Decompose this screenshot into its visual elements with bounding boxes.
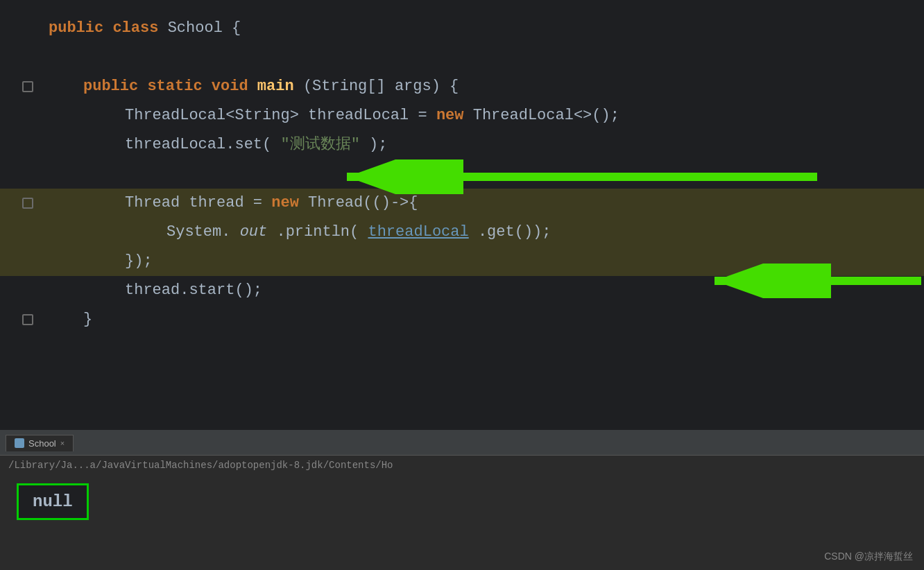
code-editor: public class School { public static void… (0, 0, 924, 430)
keyword-new: new (436, 107, 473, 124)
bottom-panel: School × /Library/Ja...a/JavaVirtualMach… (0, 430, 924, 570)
tab-school[interactable]: School × (6, 435, 74, 451)
keyword-new2: new (271, 194, 308, 211)
code-content-1: public class School { (42, 14, 924, 43)
code-content-8: System. out .println( threadLocal .get()… (42, 218, 924, 247)
thread-new: Thread(()->{ (308, 194, 418, 211)
thread-eq: = (253, 194, 271, 211)
fold-icon-3 (22, 81, 33, 92)
code-line-5: threadLocal.set( "测试数据" ); (0, 130, 924, 159)
arrow-1 (333, 159, 819, 194)
code-line-3: public static void main (String[] args) … (0, 72, 924, 101)
system-out: System. (166, 223, 230, 241)
code-line-1: public class School { (0, 14, 924, 43)
fold-icon-11 (22, 314, 33, 325)
gutter-7 (14, 198, 42, 209)
close-brace: } (83, 311, 92, 328)
code-content-4: ThreadLocal<String> threadLocal = new Th… (42, 101, 924, 130)
code-line-4: ThreadLocal<String> threadLocal = new Th… (0, 101, 924, 130)
keyword-static: static (147, 78, 211, 95)
threadlocal-get: threadLocal (368, 223, 468, 241)
arrow-2 (701, 264, 923, 298)
get-call: .get()); (478, 223, 551, 241)
code-content-11: } (42, 305, 924, 334)
keyword-public2: public (83, 78, 147, 95)
code-content-2 (42, 43, 924, 72)
println: .println( (276, 223, 359, 241)
threadlocal-decl: ThreadLocal<String> threadLocal = (125, 107, 436, 124)
class-name: School { (168, 19, 241, 37)
tab-close-button[interactable]: × (60, 439, 65, 447)
tab-bar: School × (0, 431, 924, 456)
keyword-public: public (49, 19, 112, 37)
close-lambda: }); (125, 252, 153, 270)
thread-var: thread (189, 194, 243, 211)
main-params: (String[] args) { (303, 78, 459, 95)
watermark: CSDN @凉拌海蜇丝 (824, 551, 913, 563)
keyword-void: void (212, 78, 257, 95)
thread-start: thread.start(); (125, 282, 262, 299)
code-content-5: threadLocal.set( "测试数据" ); (42, 130, 924, 159)
gutter-3 (14, 81, 42, 92)
out-italic: out (240, 223, 268, 241)
output-null-value: null (17, 483, 89, 520)
output-path: /Library/Ja...a/JavaVirtualMachines/adop… (0, 456, 924, 475)
gutter-11 (14, 314, 42, 325)
string-chinese: "测试数据" (280, 136, 359, 153)
set-end: ); (369, 136, 387, 153)
threadlocal-new: ThreadLocal<>(); (473, 107, 619, 124)
code-content-3: public static void main (String[] args) … (42, 72, 924, 101)
code-line-2 (0, 43, 924, 72)
keyword-class: class (112, 19, 167, 37)
code-line-11: } (0, 305, 924, 334)
method-main: main (257, 78, 294, 95)
tab-school-icon (15, 438, 24, 448)
thread-decl: Thread (125, 194, 189, 211)
output-area: null (0, 475, 924, 528)
tab-label: School (28, 438, 56, 449)
code-line-8: System. out .println( threadLocal .get()… (0, 218, 924, 247)
fold-icon-7 (22, 198, 33, 209)
threadlocal-set: threadLocal.set( (125, 136, 271, 153)
